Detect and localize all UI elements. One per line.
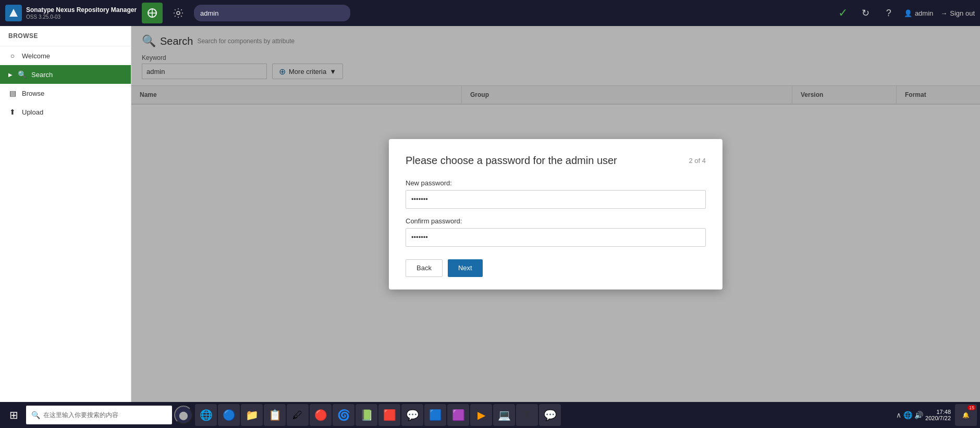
sidebar-item-label-search: Search (31, 71, 53, 79)
next-button[interactable]: Next (448, 259, 483, 277)
signout-label: Sign out (950, 9, 975, 17)
confirm-password-input[interactable] (406, 228, 706, 247)
topbar-search-wrap (194, 5, 350, 21)
taskbar-search-box[interactable]: 🔍 在这里输入你要搜索的内容 (26, 406, 172, 424)
confirm-password-group: Confirm password: (406, 217, 706, 247)
modal-overlay: Please choose a password for the admin u… (131, 26, 980, 402)
svg-point-3 (177, 11, 180, 15)
app-version: OSS 3.25.0-03 (26, 14, 137, 20)
sidebar-item-label-welcome: Welcome (22, 52, 50, 60)
new-password-group: New password: (406, 179, 706, 209)
taskbar-app5-icon[interactable]: 🖊 (287, 404, 309, 426)
modal-footer: Back Next (406, 259, 706, 277)
topbar: Sonatype Nexus Repository Manager OSS 3.… (0, 0, 980, 26)
content-area: 🔍 Search Search for components by attrib… (131, 26, 980, 402)
confirm-password-label: Confirm password: (406, 217, 706, 225)
upload-icon: ⬆ (8, 108, 17, 116)
sidebar-item-welcome[interactable]: ○ Welcome (0, 46, 131, 65)
taskbar-app9-icon[interactable]: 🟥 (378, 404, 400, 426)
taskbar-app7-icon[interactable]: 🌀 (333, 404, 354, 426)
cortana-button[interactable]: ⬤ (174, 406, 193, 424)
sidebar-item-label-upload: Upload (22, 108, 43, 116)
modal-step: 2 of 4 (689, 157, 706, 165)
chevron-icon[interactable]: ∧ (896, 411, 901, 419)
notification-count: 15 (967, 405, 976, 410)
notification-button[interactable]: 🔔 15 (955, 404, 977, 426)
taskbar-apps: 🌐 🔵 📁 📋 🖊 🔴 🌀 📗 🟥 💬 🟦 🟪 ▶ 💻 T 💬 (195, 404, 894, 426)
password-modal: Please choose a password for the admin u… (389, 139, 722, 289)
topbar-right: ✓ ↻ ? 👤 admin → Sign out (835, 5, 975, 21)
app-logo: Sonatype Nexus Repository Manager OSS 3.… (5, 5, 137, 21)
sidebar-item-search[interactable]: ▶ 🔍 Search (0, 65, 131, 84)
network-icon[interactable]: 🌐 (903, 411, 912, 419)
refresh-icon[interactable]: ↻ (858, 5, 874, 21)
signout-button[interactable]: → Sign out (940, 9, 975, 17)
volume-icon[interactable]: 🔊 (914, 411, 923, 419)
user-avatar-icon: 👤 (904, 9, 912, 17)
app-name: Sonatype Nexus Repository Manager (26, 6, 137, 14)
browse-nav-button[interactable] (142, 3, 163, 23)
clock-date: 2020/7/22 (925, 415, 951, 421)
search-icon: 🔍 (18, 70, 26, 79)
back-button[interactable]: Back (406, 259, 443, 277)
taskbar-chrome-icon[interactable]: 🔵 (218, 404, 240, 426)
main-layout: Browse ○ Welcome ▶ 🔍 Search ▤ Browse ⬆ U… (0, 26, 980, 402)
taskbar-systray: ∧ 🌐 🔊 (896, 411, 923, 419)
sidebar-section-label: Browse (0, 26, 131, 46)
sidebar-item-upload[interactable]: ⬆ Upload (0, 103, 131, 121)
modal-title: Please choose a password for the admin u… (406, 155, 617, 167)
browse-icon: ▤ (8, 89, 17, 97)
notification-icon: 🔔 (962, 412, 970, 419)
new-password-label: New password: (406, 179, 706, 187)
taskbar-powershell-icon[interactable]: 💻 (493, 404, 515, 426)
clock-time: 17:48 (936, 409, 951, 415)
taskbar: ⊞ 🔍 在这里输入你要搜索的内容 ⬤ 🌐 🔵 📁 📋 🖊 🔴 🌀 📗 🟥 💬 🟦… (0, 402, 980, 428)
sidebar-item-browse[interactable]: ▤ Browse (0, 84, 131, 103)
taskbar-clock[interactable]: 17:48 2020/7/22 (925, 409, 951, 421)
taskbar-app8-icon[interactable]: 📗 (356, 404, 377, 426)
taskbar-app16-icon[interactable]: 💬 (539, 404, 561, 426)
taskbar-edge-icon[interactable]: 🌐 (195, 404, 217, 426)
welcome-icon: ○ (8, 52, 17, 60)
signout-icon: → (940, 9, 947, 17)
taskbar-app15-icon[interactable]: T (516, 404, 538, 426)
taskbar-search-placeholder: 在这里输入你要搜索的内容 (43, 411, 118, 420)
taskbar-app10-icon[interactable]: 💬 (401, 404, 423, 426)
user-menu[interactable]: 👤 admin (904, 9, 933, 17)
username-label: admin (915, 9, 933, 17)
taskbar-app12-icon[interactable]: 🟪 (447, 404, 469, 426)
topbar-search-input[interactable] (194, 5, 350, 21)
taskbar-search-icon: 🔍 (31, 411, 40, 419)
start-button[interactable]: ⊞ (3, 405, 24, 425)
modal-header: Please choose a password for the admin u… (406, 155, 706, 167)
logo-icon (5, 5, 22, 21)
status-check-icon[interactable]: ✓ (835, 5, 851, 21)
help-icon[interactable]: ? (881, 5, 897, 21)
taskbar-app11-icon[interactable]: 🟦 (424, 404, 446, 426)
taskbar-app13-icon[interactable]: ▶ (470, 404, 492, 426)
active-arrow-icon: ▶ (8, 72, 13, 78)
settings-button[interactable] (168, 3, 189, 23)
new-password-input[interactable] (406, 190, 706, 209)
sidebar-item-label-browse: Browse (22, 90, 44, 97)
taskbar-notepad-icon[interactable]: 📋 (264, 404, 286, 426)
sidebar: Browse ○ Welcome ▶ 🔍 Search ▤ Browse ⬆ U… (0, 26, 131, 402)
taskbar-files-icon[interactable]: 📁 (241, 404, 263, 426)
taskbar-app6-icon[interactable]: 🔴 (310, 404, 332, 426)
